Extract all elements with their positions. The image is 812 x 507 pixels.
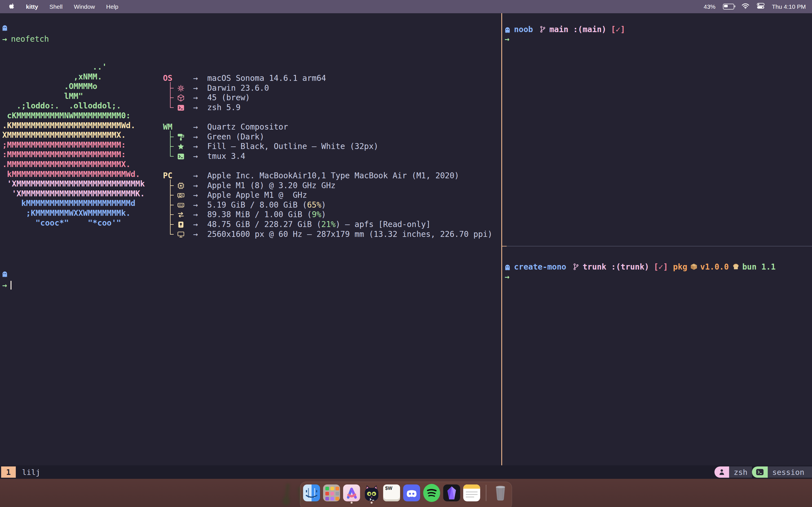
ascii-art-line: .MMMMMMMMMMMMMMMMMMMMMMMMX. (2, 160, 145, 170)
ascii-art-line: .KMMMMMMMMMMMMMMMMMMMMMMMWd. (2, 121, 145, 131)
arrow: → (193, 171, 198, 181)
running-indicator (351, 502, 353, 504)
apple-menu-icon[interactable] (9, 3, 15, 11)
memory-icon (177, 202, 185, 209)
terminal-icon (177, 153, 185, 160)
icons-icon (177, 143, 185, 151)
cpu-value: Apple M1 (8) @ 3.20 GHz GHz (207, 181, 336, 191)
dock-separator (486, 485, 486, 501)
terminal-window: → neofetch ..' ,xNMM. .OMMMMo lMM" .;lod… (0, 13, 812, 479)
arrow: → (193, 210, 198, 220)
arrow: → (193, 93, 198, 103)
package-icon (177, 94, 185, 102)
menu-clock[interactable]: Thu 4:10 PM (772, 3, 806, 10)
ascii-art-line: kMMMMMMMMMMMMMMMMMMMMMMMMWd. (2, 170, 145, 179)
menu-item-window[interactable]: Window (74, 3, 95, 10)
prompt-arrow: → (2, 34, 7, 44)
battery-icon[interactable] (723, 4, 734, 10)
shell-value: zsh 5.9 (207, 103, 241, 113)
prompt-line: create-mono trunk :(trunk) [✓] pkg v1.0.… (505, 262, 776, 272)
ascii-art-line: 'XMMMMMMMMMMMMMMMMMMMMMMMMMMk (2, 179, 145, 189)
tmux-pane-right-top[interactable]: noob main :(main) [✓] → (502, 13, 812, 246)
gpu-icon (177, 191, 185, 199)
battery-percent: 43% (704, 3, 716, 10)
git-branch-icon (540, 25, 547, 33)
session-pill (752, 466, 768, 478)
wm-label: WM (163, 122, 172, 132)
arrow: → (193, 230, 198, 239)
ascii-art-line: ,xNMM. (2, 72, 145, 82)
arrow: → (193, 103, 198, 113)
dock-icon-launchpad[interactable] (323, 485, 340, 501)
ghost-prompt-icon (2, 271, 8, 278)
command-line: → neofetch (2, 34, 49, 44)
dock-icon-obsidian[interactable] (443, 485, 460, 501)
person-icon (718, 468, 725, 476)
icons-value: Fill – Black, Outline – White (32px) (207, 142, 378, 152)
ascii-art-line: ..' (2, 62, 145, 72)
git-status: [✓] (654, 262, 668, 272)
git-branch-text: main :(main) (549, 25, 606, 34)
gear-icon (177, 84, 185, 92)
tmux-pane-right-bottom[interactable]: create-mono trunk :(trunk) [✓] pkg v1.0.… (502, 246, 812, 465)
terminal-value: tmux 3.4 (207, 152, 245, 161)
tmux-window-name: lilj (22, 468, 40, 476)
tmux-pane-left[interactable]: → neofetch ..' ,xNMM. .OMMMMo lMM" .;lod… (0, 13, 501, 465)
arrow: → (193, 181, 198, 191)
dock-icon-notes[interactable] (463, 485, 480, 501)
prompt-arrow: → (2, 281, 7, 290)
active-prompt-line[interactable]: → (2, 280, 7, 290)
arrow: → (193, 132, 198, 142)
user-pill (714, 466, 729, 478)
dock-icon-finder[interactable] (303, 485, 320, 501)
dock-icon-trash[interactable] (492, 485, 509, 501)
theme-icon (177, 133, 185, 141)
disk-value: 48.75 GiB / 228.27 GiB (21%) – apfs [Rea… (207, 220, 430, 230)
desktop: kitty Shell Window Help 43% Thu 4:10 PM … (0, 0, 812, 507)
prompt-arrow: → (505, 34, 509, 44)
repo-name: create-mono (514, 262, 566, 272)
tmux-status-bar: 1 lilj zsh session (0, 465, 812, 479)
pc-label: PC (163, 171, 172, 181)
pkg-version: v1.0.0 (700, 262, 729, 272)
memory-percent: 65% (307, 200, 321, 210)
ascii-art-line: 'XMMMMMMMMMMMMMMMMMMMMMMMMK. (2, 189, 145, 199)
memory-value: 5.19 GiB / 8.00 GiB (65%) (207, 200, 326, 210)
arrow: → (193, 122, 198, 132)
arrow: → (193, 220, 198, 230)
running-indicator (371, 502, 373, 504)
prompt-arrow: → (505, 272, 509, 281)
menu-item-shell[interactable]: Shell (49, 3, 63, 10)
dock-icon-discord[interactable] (403, 485, 420, 501)
ascii-art-line: XMMMMMMMMMMMMMMMMMMMMMMMX. (2, 130, 145, 140)
ascii-art-line: ;KMMMMMMMWXXWMMMMMMMk. (2, 209, 145, 218)
theme-value: Green (Dark) (207, 132, 264, 142)
wifi-icon[interactable] (742, 3, 749, 10)
bread-emoji (732, 263, 740, 270)
dock-icon-spotify[interactable] (423, 484, 440, 502)
menu-bar: kitty Shell Window Help 43% Thu 4:10 PM (0, 0, 812, 13)
tmux-window-tab[interactable]: 1 lilj (0, 466, 40, 478)
git-branch-icon (573, 263, 580, 270)
dock-icon-kitty-terminal[interactable] (363, 485, 380, 501)
dock-icon-shortcut-key[interactable]: $W (383, 485, 400, 501)
neofetch-ascii-art: ..' ,xNMM. .OMMMMo lMM" .;loddo:. .ollod… (2, 62, 145, 228)
menu-item-help[interactable]: Help (106, 3, 118, 10)
menu-app-name[interactable]: kitty (26, 3, 38, 10)
package-emoji (690, 263, 698, 270)
arrow: → (193, 190, 198, 200)
tmux-shell-label: zsh (729, 466, 752, 478)
dock: $W (300, 482, 512, 507)
wm-value: Quartz Compositor (207, 122, 288, 132)
kernel-value: Darwin 23.6.0 (207, 83, 269, 93)
os-label: OS (163, 73, 172, 83)
ascii-art-line: "cooc*" "*coo'" (2, 218, 145, 228)
arrow: → (193, 73, 198, 83)
ascii-art-line: cKMMMMMMMMMMNWMMMMMMMMMM0: (2, 111, 145, 121)
shell-icon (177, 104, 185, 112)
ascii-art-line: .;loddo:. .olloddol;. (2, 101, 145, 111)
arrow: → (193, 142, 198, 152)
dock-icon-arc-browser[interactable] (343, 485, 360, 501)
pkg-label: pkg (673, 262, 688, 272)
control-center-icon[interactable] (757, 3, 765, 10)
